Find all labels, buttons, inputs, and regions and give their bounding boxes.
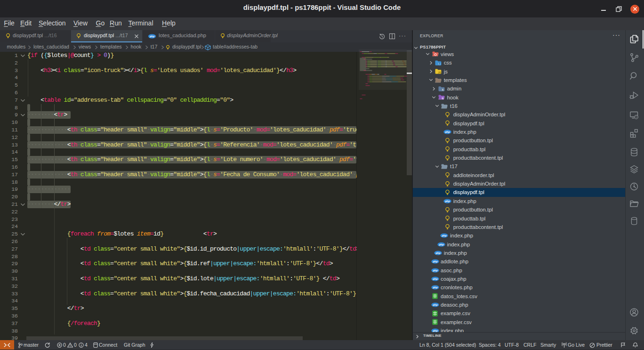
svg-text:php: php [435,252,441,254]
svg-text:php: php [444,200,450,203]
svg-text:php: php [432,260,438,263]
svg-text:php: php [432,269,438,272]
svg-text:php: php [442,234,447,237]
svg-text:php: php [444,130,450,133]
svg-text:php: php [432,277,438,280]
svg-text:php: php [438,243,444,246]
svg-text:php: php [432,286,438,289]
svg-text:JS: JS [438,71,441,74]
svg-text:php: php [432,303,438,306]
svg-text:3: 3 [439,63,440,65]
